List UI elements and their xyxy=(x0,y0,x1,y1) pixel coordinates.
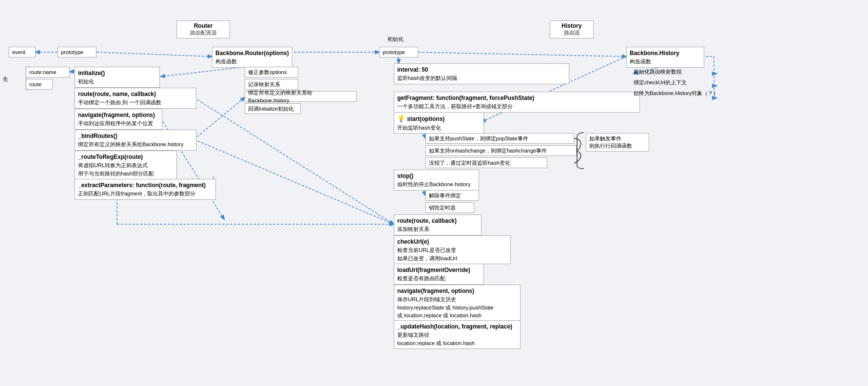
prototype-left-box: prototype xyxy=(58,47,96,58)
history-label-box: History 路由器 xyxy=(550,20,594,39)
router-subtitle: 路由配置器 xyxy=(180,29,227,37)
route-func-title: route(route, name, callback) xyxy=(78,90,193,98)
route-method-box: route(route, callback) 添加映射关系 xyxy=(394,214,482,235)
svg-line-27 xyxy=(194,139,394,224)
get-fragment-title: getFragment: function(fragment, forcePus… xyxy=(397,94,637,102)
interval-title: interval: 50 xyxy=(397,65,566,74)
timer-box: 没招了，通过定时器监听hash变化 xyxy=(425,157,547,168)
navigate-history-subtitle: 或 location.replace 或 location.hash xyxy=(397,311,517,320)
route-box: route xyxy=(26,79,53,90)
check-url-subtitle: 如果已改变，调用loadUrl xyxy=(397,254,507,263)
route-to-regexp-title: _routeToRegExp(route) xyxy=(78,153,174,161)
bind-routes-method-subtitle: 绑定所有定义的映射关系给Backbone.history xyxy=(78,140,193,149)
load-url-subtitle: 检查是否有路由匹配 xyxy=(397,274,481,283)
stop-box: stop() 临时性的停止Backbone.history xyxy=(394,170,479,191)
backbone-router-box: Backbone.Router(options) 构造函数 xyxy=(212,47,292,68)
route-method-subtitle: 添加映射关系 xyxy=(397,225,478,233)
prototype-right-box: prototype xyxy=(379,47,418,58)
load-url-box: loadUrl(fragmentOverride) 检查是否有路由匹配 xyxy=(394,264,484,285)
start-box: 💡 start(options) 开始监听hash变化 xyxy=(394,112,484,134)
modify-options-box: 修正参数options xyxy=(245,67,298,77)
backbone-router-subtitle: 构造函数 xyxy=(215,58,289,66)
clear-timer-box: 销毁定时器 xyxy=(425,202,474,213)
svg-line-9 xyxy=(194,97,245,139)
extract-params-title: _extractParameters: function(route, frag… xyxy=(78,181,212,190)
svg-line-28 xyxy=(194,97,394,224)
router-label-box: Router 路由配置器 xyxy=(176,20,230,39)
stop-title: stop() xyxy=(397,172,476,180)
backbone-history-title: Backbone.History xyxy=(630,49,701,58)
navigate-history-line2: 保存URL片段到锚文历史 xyxy=(397,295,517,304)
hashchange-box: 如果支持onhashchange，则绑定hashchange事件 xyxy=(425,145,577,156)
get-fragment-subtitle: 一个多功能工具方法，获取路径+查询或锚文部分 xyxy=(397,102,637,111)
svg-line-4 xyxy=(161,66,251,77)
update-hash-box: _updateHash(location, fragment, replace)… xyxy=(394,320,521,349)
route-to-regexp-subtitle: 用于与当前路径的hash部分匹配 xyxy=(78,170,174,178)
bind-routes-method-title: _bindRoutes() xyxy=(78,132,193,140)
load-url-title: loadUrl(fragmentOverride) xyxy=(397,266,481,274)
route-to-regexp-line2: 将虚拟URL转换为正则表达式 xyxy=(78,161,174,170)
backbone-router-title: Backbone.Router(options) xyxy=(215,49,289,58)
stop-subtitle: 临时性的停止Backbone.history xyxy=(397,180,476,189)
start-title: start(options) xyxy=(407,115,444,123)
bind-routes-method-box: _bindRoutes() 绑定所有定义的映射关系给Backbone.histo… xyxy=(75,130,196,151)
route-func-box: route(route, name, callback) 手动绑定一个路由 到 … xyxy=(75,88,196,109)
init-routes-label: 初始化路由映射数组 xyxy=(634,68,682,76)
always-history-label: 始终为Backbone.History对象（？） xyxy=(634,90,718,97)
check-url-title: checkUrl(e) xyxy=(397,237,507,246)
callback-init-box: 回调initialize初始化 xyxy=(245,103,301,114)
interval-subtitle: 监听hash改变的默认间隔 xyxy=(397,74,566,82)
update-hash-line2: 更新锚文路径 xyxy=(397,331,517,339)
start-subtitle: 开始监听hash变化 xyxy=(397,124,481,132)
update-hash-title: _updateHash(location, fragment, replace) xyxy=(397,322,517,331)
check-url-box: checkUrl(e) 检查当前URL是否已改变 如果已改变，调用loadUrl xyxy=(394,235,511,264)
diagram-container: Router 路由配置器 History 路由器 初始化 event proto… xyxy=(0,0,868,386)
brace-label-box: 如果触发事件 则执行行回调函数 xyxy=(586,133,649,152)
get-fragment-box: getFragment: function(fragment, forcePus… xyxy=(394,92,640,113)
lightbulb-icon: 💡 xyxy=(397,114,405,124)
interval-box: interval: 50 监听hash改变的默认间隔 xyxy=(394,63,569,84)
check-url-line2: 检查当前URL是否已改变 xyxy=(397,246,507,254)
brace-svg xyxy=(575,131,585,170)
history-subtitle: 路由器 xyxy=(553,29,590,37)
initialize-box: initialize() 初始化 xyxy=(75,67,160,88)
router-title: Router xyxy=(180,22,227,29)
svg-line-3 xyxy=(418,52,626,57)
route-func-subtitle: 手动绑定一个路由 到 一个回调函数 xyxy=(78,98,193,107)
event-box: event xyxy=(9,47,36,58)
init-label: 初始化 xyxy=(387,36,404,43)
initialize-title: initialize() xyxy=(78,69,156,77)
route-method-title: route(route, callback) xyxy=(397,216,478,225)
backbone-history-subtitle: 构造函数 xyxy=(630,58,701,66)
remove-events-box: 解除事件绑定 xyxy=(425,190,479,201)
update-hash-subtitle: location.replace 或 location.hash xyxy=(397,339,517,347)
extract-params-subtitle: 正则匹配URL片段fragment，取出其中的参数部分 xyxy=(78,190,212,198)
navigate-history-line3: history.replaceState 或 history.pushState xyxy=(397,304,517,312)
navigate-history-box: navigate(fragment, options) 保存URL片段到锚文历史… xyxy=(394,285,521,322)
bind-check-url-label: 绑定checkUrl的上下文 xyxy=(634,79,687,86)
pushstate-box: 如果支持pushState，则绑定popState事件 xyxy=(425,133,574,144)
navigate-subtitle: 手动到达应用程序中的某个位置 xyxy=(78,119,159,128)
route-to-regexp-box: _routeToRegExp(route) 将虚拟URL转换为正则表达式 用于与… xyxy=(75,151,177,179)
sheng-label: 生 xyxy=(3,76,8,83)
initialize-subtitle: 初始化 xyxy=(78,77,156,86)
navigate-title: navigate(fragment, options) xyxy=(78,111,159,119)
navigate-box: navigate(fragment, options) 手动到达应用程序中的某个… xyxy=(75,109,162,130)
svg-line-1 xyxy=(96,52,212,57)
bind-routes-box: 绑定所有定义的映射关系给Backbone.history xyxy=(245,91,357,102)
navigate-history-title: navigate(fragment, options) xyxy=(397,287,517,295)
extract-params-box: _extractParameters: function(route, frag… xyxy=(75,179,216,200)
backbone-history-box: Backbone.History 构造函数 xyxy=(626,47,704,68)
route-name-box: route:name xyxy=(26,67,70,77)
history-title: History xyxy=(553,22,590,29)
